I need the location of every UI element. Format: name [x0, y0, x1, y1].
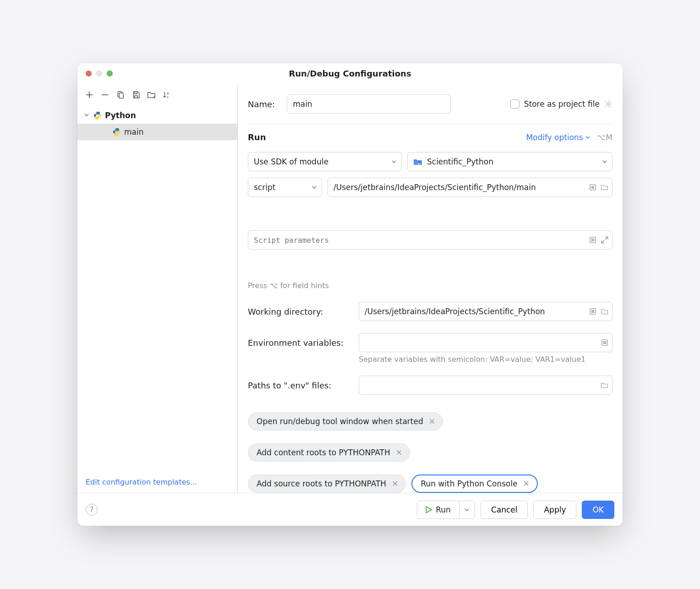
close-icon[interactable]: ✕ — [523, 479, 530, 488]
run-button[interactable]: Run — [417, 501, 459, 518]
sidebar-toolbar: az — [77, 87, 237, 103]
working-dir-input[interactable] — [359, 302, 612, 321]
copy-config-icon[interactable] — [116, 90, 125, 99]
sdk-mode-select[interactable]: Use SDK of module — [248, 152, 402, 171]
titlebar: Run/Debug Configurations — [77, 63, 623, 84]
params-hint: Press ⌥ for field hints — [248, 281, 612, 290]
list-edit-icon[interactable] — [589, 183, 597, 191]
main-panel: Name: Store as project file Run — [238, 84, 623, 493]
list-edit-icon[interactable] — [589, 307, 597, 316]
remove-config-icon[interactable] — [100, 90, 109, 99]
play-icon — [426, 506, 432, 513]
svg-rect-1 — [119, 93, 123, 98]
module-select[interactable]: Scientific_Python — [407, 152, 612, 171]
dialog-window: Run/Debug Configurations — [77, 63, 623, 526]
run-dropdown-button[interactable] — [459, 501, 475, 518]
sort-alpha-icon[interactable]: az — [163, 90, 172, 99]
name-label: Name: — [248, 99, 275, 109]
chip-open-tool-window[interactable]: Open run/debug tool window when started … — [248, 412, 443, 431]
store-label: Store as project file — [524, 99, 600, 109]
tree-group-label: Python — [105, 111, 136, 120]
module-folder-icon — [413, 158, 422, 166]
options-chips: Open run/debug tool window when started … — [248, 412, 612, 493]
svg-point-4 — [607, 103, 610, 105]
tree-group-python[interactable]: Python — [77, 107, 237, 124]
dotenv-input[interactable] — [359, 376, 612, 395]
list-edit-icon[interactable] — [601, 338, 609, 347]
close-icon[interactable]: ✕ — [429, 417, 435, 426]
checkbox-icon[interactable] — [510, 99, 520, 109]
tree-item-main[interactable]: main — [77, 124, 237, 140]
name-row: Name: Store as project file — [248, 94, 612, 114]
save-config-icon[interactable] — [131, 90, 141, 99]
ok-button[interactable]: OK — [582, 501, 614, 519]
sidebar: az Python main — [77, 84, 238, 493]
python-icon — [112, 127, 121, 136]
modify-options-shortcut: ⌥M — [597, 133, 612, 142]
browse-folder-icon[interactable] — [601, 307, 609, 316]
chip-source-roots[interactable]: Add source roots to PYTHONPATH ✕ — [248, 474, 406, 493]
config-tree: Python main — [77, 103, 237, 471]
working-dir-label: Working directory: — [248, 307, 354, 316]
run-section-header: Run Modify options ⌥M — [248, 132, 612, 142]
dialog-footer: ? Run Cancel Apply OK — [77, 493, 623, 526]
chevron-down-icon — [312, 185, 317, 190]
window-title: Run/Debug Configurations — [77, 69, 623, 78]
chevron-down-icon — [391, 159, 397, 164]
new-folder-icon[interactable] — [147, 90, 156, 99]
script-mode-select[interactable]: script — [248, 178, 322, 197]
chip-python-console[interactable]: Run with Python Console ✕ — [411, 474, 538, 493]
browse-folder-icon[interactable] — [601, 183, 609, 191]
tree-item-label: main — [124, 127, 143, 136]
gear-icon[interactable] — [604, 100, 612, 108]
expand-icon[interactable] — [601, 236, 609, 244]
env-vars-hint: Separate variables with semicolon: VAR=v… — [359, 355, 612, 364]
edit-templates-link[interactable]: Edit configuration templates... — [86, 478, 197, 486]
script-params-input[interactable] — [248, 230, 612, 250]
env-vars-label: Environment variables: — [248, 338, 354, 348]
close-icon[interactable]: ✕ — [396, 448, 402, 457]
name-input[interactable] — [287, 94, 451, 114]
store-as-project-file[interactable]: Store as project file — [510, 99, 612, 109]
run-split-button: Run — [417, 501, 475, 519]
python-icon — [93, 111, 102, 120]
chip-content-roots[interactable]: Add content roots to PYTHONPATH ✕ — [248, 443, 410, 462]
modify-options-link[interactable]: Modify options — [526, 133, 590, 142]
help-icon[interactable]: ? — [86, 504, 98, 516]
add-config-icon[interactable] — [85, 90, 94, 99]
svg-text:z: z — [167, 95, 169, 99]
chevron-down-icon — [84, 112, 90, 119]
close-icon[interactable]: ✕ — [392, 479, 398, 488]
cancel-button[interactable]: Cancel — [481, 501, 528, 519]
list-edit-icon[interactable] — [589, 236, 597, 244]
script-path-input[interactable] — [328, 178, 612, 197]
browse-folder-icon[interactable] — [601, 381, 609, 389]
run-section-title: Run — [248, 132, 266, 142]
dotenv-label: Paths to ".env" files: — [248, 381, 354, 390]
apply-button[interactable]: Apply — [533, 501, 576, 519]
env-vars-input[interactable] — [359, 333, 612, 352]
chevron-down-icon — [602, 159, 607, 164]
